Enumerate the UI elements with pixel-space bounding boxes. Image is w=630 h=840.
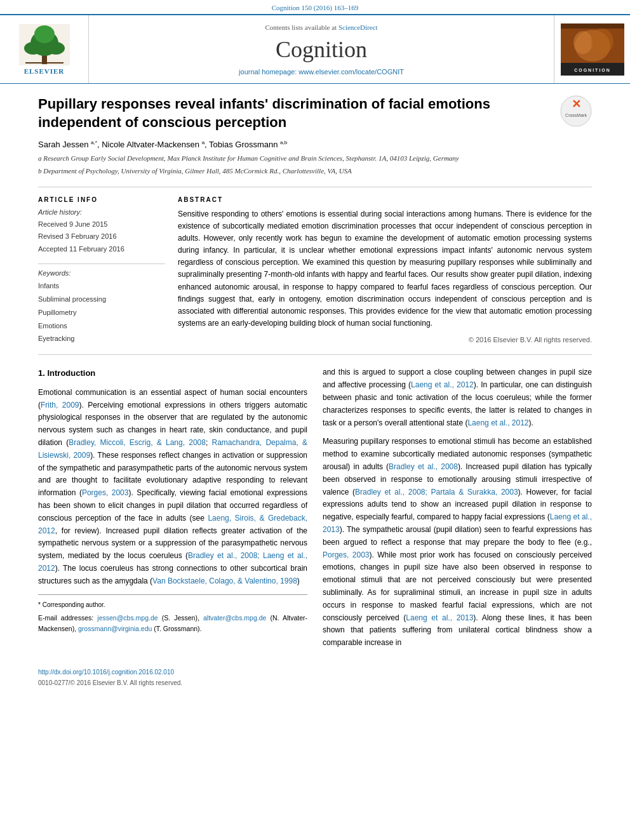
- elsevier-tree-icon: [19, 24, 70, 65]
- affiliation-a: a Research Group Early Social Developmen…: [38, 153, 592, 164]
- bradley-partala-link[interactable]: Bradley et al., 2008; Partala & Surakka,…: [355, 488, 518, 497]
- right-para1: and this is argued to support a close co…: [323, 366, 592, 429]
- abstract-title: ABSTRACT: [178, 196, 592, 203]
- porges-2003-link[interactable]: Porges, 2003: [82, 488, 129, 497]
- journal-homepage: journal homepage: www.elsevier.com/locat…: [239, 68, 404, 76]
- email-jessen[interactable]: jessen@cbs.mpg.de: [97, 614, 158, 622]
- laeng-2013a-link[interactable]: Laeng et al., 2013: [323, 512, 592, 534]
- cognition-cover-image: COGNITION: [561, 23, 624, 76]
- elsevier-brand-text: ELSEVIER: [19, 67, 70, 75]
- accepted-date: Accepted 11 February 2016: [38, 243, 165, 256]
- bradley-2008b-link[interactable]: Bradley et al., 2008: [389, 462, 458, 471]
- article-dates: Received 9 June 2015 Revised 3 February …: [38, 218, 165, 256]
- right-para2: Measuring pupillary responses to emotion…: [323, 436, 592, 650]
- svg-point-4: [47, 42, 65, 55]
- article-info-title: ARTICLE INFO: [38, 196, 165, 203]
- porges-2003b-link[interactable]: Porges, 2003: [323, 550, 370, 559]
- copyright-line: © 2016 Elsevier B.V. All rights reserved…: [178, 336, 592, 343]
- abstract-text: Sensitive responding to others' emotions…: [178, 208, 592, 330]
- cognition-journal-logo: COGNITION: [561, 23, 624, 76]
- svg-text:COGNITION: COGNITION: [574, 68, 611, 72]
- journal-title: Cognition: [276, 36, 367, 63]
- doi-link[interactable]: http://dx.doi.org/10.1016/j.cognition.20…: [38, 669, 174, 676]
- footer-issn: 0010-0277/© 2016 Elsevier B.V. All right…: [0, 678, 630, 691]
- right-column: and this is argued to support a close co…: [323, 366, 592, 656]
- sciencedirect-link[interactable]: ScienceDirect: [338, 23, 378, 31]
- author-jessen: Sarah Jessen a,*,: [38, 140, 102, 149]
- title-section: ✕ CrossMark Pupillary responses reveal i…: [38, 84, 592, 187]
- frith-2009-link[interactable]: Frith, 2009: [41, 401, 79, 410]
- introduction-heading: 1. Introduction: [38, 366, 307, 380]
- article-info-panel: ARTICLE INFO Article history: Received 9…: [38, 196, 165, 346]
- corresponding-note: * Corresponding author.: [38, 600, 307, 611]
- keywords-label: Keywords:: [38, 269, 165, 277]
- footnote-section: * Corresponding author. E-mail addresses…: [38, 594, 307, 635]
- keyword-pupillometry: Pupillometry: [38, 306, 165, 319]
- keyword-emotions: Emotions: [38, 319, 165, 333]
- svg-point-10: [573, 31, 593, 54]
- article-columns: 1. Introduction Emotional communication …: [38, 355, 592, 663]
- crossmark-badge[interactable]: ✕ CrossMark: [560, 95, 592, 127]
- bradley-2008-link[interactable]: Bradley, Miccoli, Escrig, & Lang, 2008: [69, 438, 206, 447]
- keyword-eyetracking: Eyetracking: [38, 332, 165, 345]
- laeng-2013b-link[interactable]: Laeng et al., 2013: [406, 613, 473, 622]
- svg-point-11: [591, 29, 613, 54]
- email-altvater[interactable]: altvater@cbs.mpg.de: [203, 614, 266, 622]
- laeng-2012a-link[interactable]: Laeng, Sirois, & Gredeback, 2012: [38, 514, 307, 535]
- email-line: E-mail addresses: jessen@cbs.mpg.de (S. …: [38, 613, 307, 635]
- laeng-2012b-link[interactable]: Laeng et al., 2012: [411, 380, 474, 389]
- intro-para1: Emotional communication is an essential …: [38, 387, 307, 588]
- abstract-panel: ABSTRACT Sensitive responding to others'…: [178, 196, 592, 346]
- laeng-2012c-link[interactable]: Laeng et al., 2012: [467, 418, 528, 427]
- bradley-laeng-link[interactable]: Bradley et al., 2008; Laeng et al., 2012: [38, 551, 307, 573]
- svg-text:CrossMark: CrossMark: [565, 113, 587, 117]
- email-label: E-mail addresses:: [38, 614, 93, 622]
- cognition-logo: COGNITION: [554, 15, 630, 83]
- author-grossmann: Tobias Grossmann a,b: [209, 140, 287, 149]
- keyword-infants: Infants: [38, 279, 165, 293]
- svg-rect-8: [561, 23, 624, 29]
- revised-date: Revised 3 February 2016: [38, 230, 165, 243]
- left-column: 1. Introduction Emotional communication …: [38, 366, 307, 656]
- journal-center-info: Contents lists available at ScienceDirec…: [89, 15, 554, 83]
- info-abstract-section: ARTICLE INFO Article history: Received 9…: [38, 187, 592, 356]
- keyword-subliminal: Subliminal processing: [38, 293, 165, 306]
- journal-header: ELSEVIER Contents lists available at Sci…: [0, 14, 630, 84]
- keywords-list: Infants Subliminal processing Pupillomet…: [38, 279, 165, 345]
- svg-point-3: [24, 42, 42, 55]
- svg-point-5: [34, 25, 55, 43]
- affiliation-b: b Department of Psychology, University o…: [38, 166, 592, 177]
- sciencedirect-line: Contents lists available at ScienceDirec…: [265, 23, 377, 31]
- crossmark-icon: ✕ CrossMark: [560, 95, 592, 127]
- author-altvater: Nicole Altvater-Mackensen a,: [102, 140, 209, 149]
- received-date: Received 9 June 2015: [38, 218, 165, 231]
- svg-rect-6: [25, 62, 64, 63]
- article-body: ✕ CrossMark Pupillary responses reveal i…: [0, 84, 630, 663]
- article-title: Pupillary responses reveal infants' disc…: [38, 95, 592, 131]
- vanbockstaele-link[interactable]: Van Bockstaele, Colago, & Valentino, 199…: [152, 577, 297, 585]
- svg-text:✕: ✕: [572, 98, 581, 110]
- history-label: Article history:: [38, 208, 165, 216]
- journal-citation: Cognition 150 (2016) 163–169: [0, 0, 630, 14]
- elsevier-logo: ELSEVIER: [0, 15, 89, 83]
- email-grossmann[interactable]: grossmann@virginia.edu: [78, 625, 152, 632]
- authors-line: Sarah Jessen a,*, Nicole Altvater-Macken…: [38, 139, 592, 149]
- keywords-section: Keywords: Infants Subliminal processing …: [38, 263, 165, 345]
- doi-section: http://dx.doi.org/10.1016/j.cognition.20…: [0, 663, 630, 678]
